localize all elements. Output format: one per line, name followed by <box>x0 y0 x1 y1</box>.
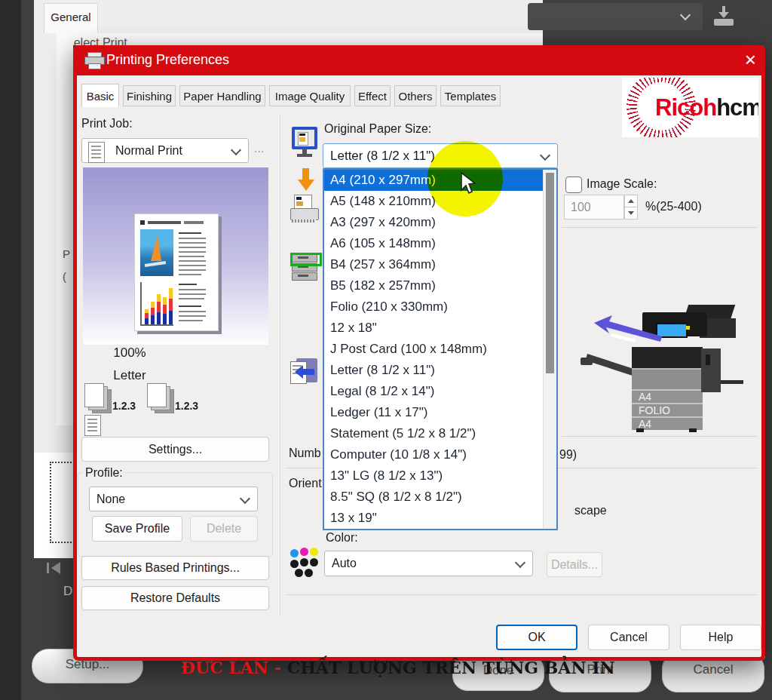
paper-size-option[interactable]: Statement (5 1/2 x 8 1/2") <box>324 423 550 444</box>
settings-button[interactable]: Settings... <box>81 437 269 462</box>
document-input-icon <box>290 358 317 385</box>
print-job-dropdown[interactable]: Normal Print <box>81 138 249 163</box>
down-arrow-icon <box>298 168 314 194</box>
print-preview-panel <box>83 167 268 345</box>
color-value: Auto <box>332 551 357 575</box>
output-direction-arrow-icon <box>593 314 665 344</box>
watermark-caption-black: CHẤT LƯỢNG TRÊN TỪNG BẢN IN <box>287 658 615 677</box>
paper-size-option[interactable]: Legal (8 1/2 x 14") <box>324 381 550 402</box>
background-text-fragment: ( <box>63 270 66 283</box>
image-scale-value: 100 <box>571 195 591 219</box>
collated-pages-icon <box>147 383 174 413</box>
paper-size-option[interactable]: A3 (297 x 420mm) <box>324 212 550 233</box>
paper-size-option[interactable]: Folio (210 x 330mm) <box>324 296 550 318</box>
section-divider <box>286 594 758 595</box>
paper-size-option[interactable]: B5 (182 x 257mm) <box>324 275 550 296</box>
printer-icon <box>84 52 103 68</box>
tab-paper-handling[interactable]: Paper Handling <box>179 85 265 106</box>
orientation-label-fragment: Orient <box>289 477 322 490</box>
paper-size-option[interactable]: 13" LG (8 1/2 x 13") <box>324 465 550 487</box>
dialog-titlebar[interactable]: Printing Preferences × <box>73 45 765 75</box>
windsurfer-photo-thumbnail <box>140 229 173 276</box>
chevron-down-icon <box>231 145 241 155</box>
restore-defaults-button[interactable]: Restore Defaults <box>81 586 269 610</box>
cmyk-color-icon <box>290 548 320 579</box>
paper-size-current-value: Letter (8 1/2 x 11") <box>330 144 435 167</box>
paper-tray-icon <box>290 253 319 286</box>
tab-effect[interactable]: Effect <box>354 85 391 106</box>
profile-groupbox <box>78 472 273 557</box>
image-scale-range-label: %(25-400) <box>645 200 702 213</box>
collate-order-label: 1.2.3 <box>175 400 198 412</box>
paper-size-option[interactable]: B4 (257 x 364mm) <box>324 254 550 275</box>
paper-size-option[interactable]: A6 (105 x 148mm) <box>324 233 550 254</box>
chevron-down-icon <box>680 10 691 20</box>
paper-size-option[interactable]: 13 x 19" <box>324 508 550 529</box>
logo-text-red: Ricoh <box>655 94 716 121</box>
monitor-icon <box>292 127 319 160</box>
tab-image-quality[interactable]: Image Quality <box>269 85 351 106</box>
color-dropdown[interactable]: Auto <box>324 551 533 576</box>
print-job-more-button[interactable]: ... <box>254 142 264 155</box>
paper-size-option[interactable]: Ledger (11 x 17") <box>324 402 550 423</box>
image-scale-input[interactable]: 100 <box>564 195 624 220</box>
screen-left-edge <box>0 0 21 700</box>
paper-size-option[interactable]: 12 x 18" <box>324 318 550 339</box>
print-job-label: Print Job: <box>81 117 133 130</box>
document-icon <box>84 415 101 436</box>
tab-templates[interactable]: Templates <box>440 85 501 106</box>
paper-size-option[interactable]: Letter (8 1/2 x 11") <box>324 360 550 381</box>
delete-button[interactable]: Delete <box>190 516 258 542</box>
preview-page-thumbnail <box>134 213 219 331</box>
paper-size-option[interactable]: Computer (10 1/8 x 14") <box>324 444 550 465</box>
paper-size-option[interactable]: J Post Card (100 x 148mm) <box>324 339 550 360</box>
paper-size-option[interactable]: 8.5" SQ (8 1/2 x 8 1/2") <box>324 487 550 508</box>
save-download-icon[interactable] <box>712 6 735 27</box>
chevron-down-icon <box>515 557 525 568</box>
first-page-icon[interactable] <box>47 562 66 576</box>
close-icon[interactable]: × <box>745 48 756 72</box>
image-scale-checkbox[interactable] <box>565 177 582 193</box>
section-divider <box>562 227 758 228</box>
background-panel: Select Print <box>57 33 543 45</box>
watermark-caption-red: ĐỨC LAN - <box>181 658 287 677</box>
background-panel-edge <box>57 33 73 425</box>
logo-text-black: hcm <box>716 94 758 121</box>
cancel-button[interactable]: Cancel <box>588 625 669 650</box>
section-divider <box>558 468 758 468</box>
chevron-down-icon <box>240 493 250 504</box>
toolbar-dropdown[interactable] <box>528 3 703 30</box>
section-divider <box>562 436 758 437</box>
landscape-option-fragment: scape <box>574 504 607 517</box>
rules-based-printings-button[interactable]: Rules Based Printings... <box>81 556 269 580</box>
page-margin-dotted-border <box>50 462 73 543</box>
tab-general[interactable]: General <box>44 3 98 35</box>
tab-finishing[interactable]: Finishing <box>123 85 176 106</box>
background-page-preview <box>34 453 73 558</box>
scrollbar-thumb[interactable] <box>546 173 554 373</box>
listbox-scrollbar[interactable] <box>543 170 556 529</box>
ricohhcm-logo: Ricohhcm <box>622 78 758 137</box>
tab-basic[interactable]: Basic <box>81 84 119 107</box>
help-button[interactable]: Help <box>680 625 761 650</box>
paper-size-listbox[interactable]: A4 (210 x 297mm) A5 (148 x 210mm) A3 (29… <box>323 168 558 530</box>
spinner-down-button[interactable] <box>624 207 638 220</box>
color-label: Color: <box>326 531 358 545</box>
details-button[interactable]: Details... <box>547 552 602 577</box>
panel-divider <box>280 115 280 616</box>
spinner-up-button[interactable] <box>624 195 638 207</box>
bar-chart-thumbnail <box>140 282 173 326</box>
printer-output-icon <box>290 195 319 225</box>
printer-illustration: A4 FOLIO A4 <box>581 302 743 436</box>
print-job-value: Normal Print <box>115 139 182 162</box>
dialog-title: Printing Preferences <box>106 52 229 68</box>
section-divider <box>286 468 323 468</box>
profile-dropdown[interactable]: None <box>89 487 258 511</box>
image-scale-label: Image Scale: <box>587 177 657 191</box>
paper-size-value: Letter <box>96 368 164 383</box>
save-profile-button[interactable]: Save Profile <box>92 516 182 542</box>
tray-label: A4 <box>632 389 703 403</box>
tray-label: FOLIO <box>632 403 703 416</box>
ok-button[interactable]: OK <box>496 625 577 650</box>
tab-others[interactable]: Others <box>394 85 437 106</box>
